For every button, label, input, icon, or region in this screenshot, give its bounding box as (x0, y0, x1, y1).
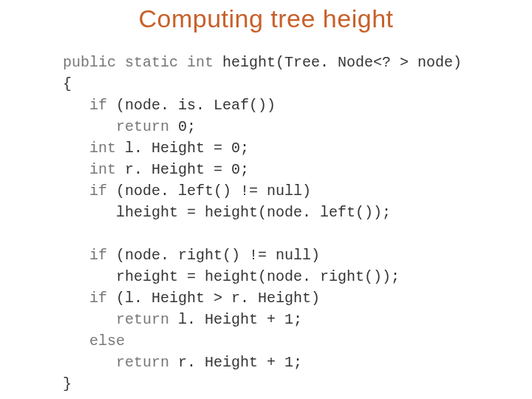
code-text: { (63, 75, 72, 92)
slide-title: Computing tree height (0, 4, 532, 33)
code-kw: if (63, 97, 116, 114)
code-text: l. Height + 1; (178, 311, 302, 328)
code-block: public static int height(Tree. Node<? > … (63, 52, 462, 395)
code-text: lheight = height(node. left()); (63, 204, 391, 221)
code-text: l. Height = 0; (125, 140, 249, 157)
code-kw: int (63, 161, 125, 178)
code-text: (node. is. Leaf()) (116, 97, 276, 114)
code-text: (node. left() != null) (116, 183, 311, 200)
code-kw: return (63, 311, 178, 328)
code-text: 0; (178, 118, 196, 135)
code-kw: if (63, 247, 116, 264)
code-kw: if (63, 183, 116, 200)
code-text: (l. Height > r. Height) (116, 290, 320, 307)
code-text: r. Height + 1; (178, 354, 302, 371)
code-text: (node. right() != null) (116, 247, 320, 264)
code-kw: else (63, 332, 125, 349)
slide: Computing tree height public static int … (0, 0, 532, 399)
code-kw: int (63, 140, 125, 157)
code-text: r. Height = 0; (125, 161, 249, 178)
code-kw: return (63, 354, 178, 371)
code-kw: public static int (63, 54, 222, 71)
code-kw: return (63, 118, 178, 135)
code-text: height(Tree. Node<? > node) (222, 54, 462, 71)
code-kw: if (63, 290, 116, 307)
code-text: } (63, 375, 72, 392)
code-text: rheight = height(node. right()); (63, 268, 400, 285)
